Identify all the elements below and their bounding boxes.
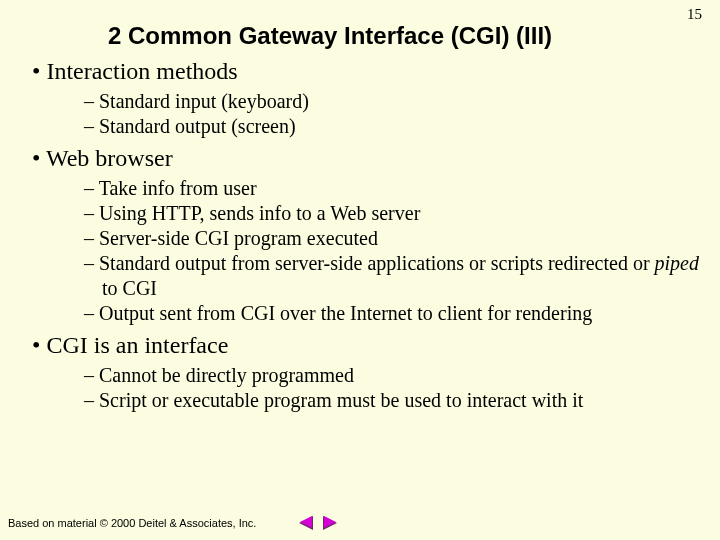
slide-title: 2 Common Gateway Interface (CGI) (III) <box>0 22 720 50</box>
footer: Based on material © 2000 Deitel & Associ… <box>8 514 340 532</box>
footer-text: Based on material © 2000 Deitel & Associ… <box>8 517 256 529</box>
page-number: 15 <box>687 6 702 23</box>
sub-bullet: Cannot be directly programmed <box>80 363 700 388</box>
bullet-web-browser: Web browser Take info from user Using HT… <box>28 145 700 326</box>
bullet-text: Web browser <box>46 145 173 171</box>
sub-bullet: Using HTTP, sends info to a Web server <box>80 201 700 226</box>
sub-bullet: Output sent from CGI over the Internet t… <box>80 301 700 326</box>
sub-bullet-italic: piped <box>655 252 699 274</box>
bullet-text: Interaction methods <box>46 58 237 84</box>
bullet-interaction-methods: Interaction methods Standard input (keyb… <box>28 58 700 139</box>
sub-bullet: Take info from user <box>80 176 700 201</box>
bullet-cgi-interface: CGI is an interface Cannot be directly p… <box>28 332 700 413</box>
next-button[interactable] <box>320 514 340 532</box>
sub-bullet: Standard output from server-side applica… <box>80 251 700 301</box>
prev-button[interactable] <box>296 514 316 532</box>
arrow-right-icon <box>321 515 339 531</box>
sub-bullet: Standard input (keyboard) <box>80 89 700 114</box>
sub-bullet-part: to CGI <box>102 277 157 299</box>
nav-arrows <box>296 514 340 532</box>
slide-body: Interaction methods Standard input (keyb… <box>0 58 720 413</box>
sub-bullet: Standard output (screen) <box>80 114 700 139</box>
sub-bullet: Server-side CGI program executed <box>80 226 700 251</box>
bullet-text: CGI is an interface <box>46 332 228 358</box>
sub-bullet-part: Standard output from server-side applica… <box>99 252 655 274</box>
sub-bullet: Script or executable program must be use… <box>80 388 700 413</box>
arrow-left-icon <box>297 515 315 531</box>
